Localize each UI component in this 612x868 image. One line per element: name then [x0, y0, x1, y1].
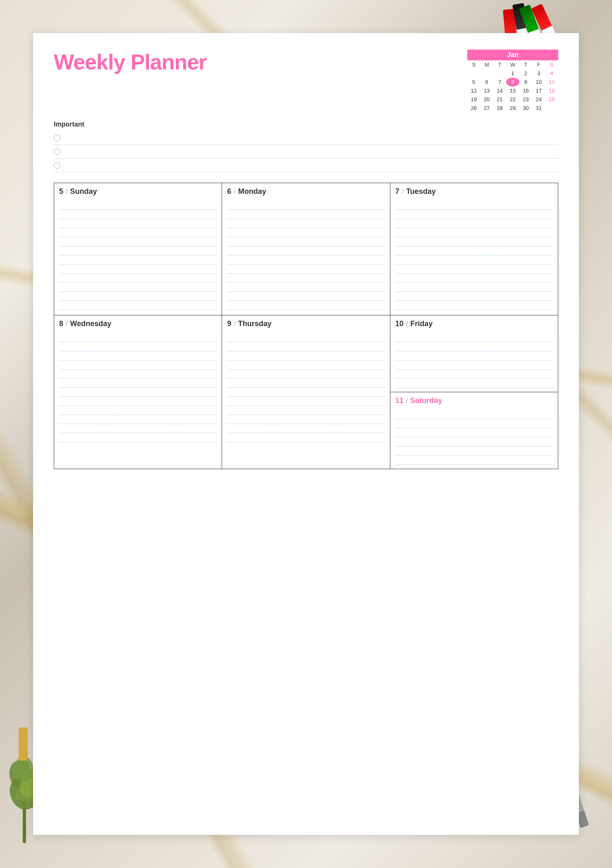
- cal-cell: 19: [467, 95, 480, 104]
- day-line: [227, 406, 385, 415]
- day-cell-saturday: 11 / Saturday: [390, 392, 558, 469]
- day-line: [227, 265, 385, 274]
- cal-cell: 31: [532, 104, 545, 112]
- day-number-9: 9: [227, 320, 231, 328]
- day-name-wednesday: Wednesday: [70, 320, 111, 328]
- day-header-friday: 10 / Friday: [395, 320, 553, 328]
- day-line: [59, 433, 217, 442]
- checkbox-2[interactable]: [54, 148, 60, 155]
- day-line: [59, 237, 217, 246]
- day-cell-friday: 10 / Friday: [390, 315, 558, 392]
- day-header-monday: 6 / Monday: [227, 187, 385, 196]
- slash-friday: /: [406, 320, 408, 328]
- day-cell-thursday: 9 / Thursday: [222, 315, 390, 469]
- day-header-wednesday: 8 / Wednesday: [59, 320, 217, 328]
- slash-tuesday: /: [402, 188, 404, 196]
- cal-cell: 13: [480, 86, 493, 95]
- day-line: [59, 360, 217, 370]
- cal-cell: 1: [506, 69, 519, 78]
- day-line: [59, 351, 217, 360]
- checkbox-3[interactable]: [54, 162, 60, 169]
- day-line: [227, 292, 385, 301]
- important-item-1: [54, 131, 558, 145]
- day-name-thursday: Thursday: [238, 320, 272, 328]
- mini-calendar: Jan S M T W T F S 1234567891011121314151…: [467, 50, 558, 112]
- day-line: [395, 379, 553, 388]
- day-cell-tuesday: 7 / Tuesday: [390, 183, 558, 315]
- day-line: [227, 342, 385, 351]
- cal-cell: 20: [480, 95, 493, 104]
- day-line: [59, 379, 217, 388]
- day-cell-wednesday: 8 / Wednesday: [54, 315, 222, 469]
- day-line: [227, 397, 385, 406]
- thursday-lines: [227, 333, 385, 442]
- day-cell-sunday: 5 / Sunday: [54, 183, 222, 315]
- day-header-sunday: 5 / Sunday: [59, 187, 217, 196]
- right-column: 10 / Friday 11 / Saturday: [390, 315, 558, 469]
- day-number-7: 7: [395, 187, 399, 196]
- day-number-10: 10: [395, 320, 404, 328]
- monday-lines: [227, 201, 385, 310]
- cal-header-f: F: [532, 60, 545, 69]
- day-header-tuesday: 7 / Tuesday: [395, 187, 553, 196]
- day-line: [59, 219, 217, 228]
- tuesday-lines: [395, 201, 553, 310]
- cal-cell: [467, 69, 480, 78]
- day-name-saturday: Saturday: [410, 396, 442, 405]
- cal-cell: 3: [532, 69, 545, 78]
- day-line: [227, 201, 385, 210]
- day-line: [227, 433, 385, 442]
- day-number-5: 5: [59, 187, 63, 196]
- day-name-monday: Monday: [238, 187, 266, 196]
- cal-cell: 29: [506, 104, 519, 112]
- slash-saturday: /: [406, 397, 408, 405]
- important-section: Important: [54, 121, 558, 172]
- day-line: [227, 379, 385, 388]
- day-line: [227, 333, 385, 342]
- cal-cell: 14: [493, 86, 506, 95]
- day-line: [395, 446, 553, 455]
- day-line: [59, 210, 217, 219]
- day-line: [59, 255, 217, 265]
- day-line: [59, 283, 217, 292]
- page-title: Weekly Planner: [54, 50, 206, 74]
- day-line: [59, 415, 217, 424]
- day-line: [227, 210, 385, 219]
- day-line: [227, 255, 385, 265]
- day-line: [59, 301, 217, 310]
- day-line: [395, 265, 553, 274]
- cal-cell: 16: [519, 86, 532, 95]
- day-line: [395, 201, 553, 210]
- top-days-grid: 5 / Sunday 6 / Monday 7 / Tuesday: [54, 183, 558, 315]
- day-line: [227, 360, 385, 370]
- day-line: [395, 274, 553, 283]
- day-line: [227, 274, 385, 283]
- cal-cell: 7: [493, 78, 506, 86]
- important-line-3: [65, 162, 558, 168]
- day-line: [227, 424, 385, 433]
- cal-cell: 2: [519, 69, 532, 78]
- cal-cell: 9: [519, 78, 532, 86]
- bottom-days-grid: 8 / Wednesday 9 / Thursday 10: [54, 315, 558, 469]
- day-line: [227, 388, 385, 397]
- cal-cell: [480, 69, 493, 78]
- day-line: [227, 219, 385, 228]
- day-line: [395, 437, 553, 446]
- cal-header-w: W: [506, 60, 519, 69]
- day-line: [59, 246, 217, 255]
- day-line: [395, 283, 553, 292]
- day-line: [59, 265, 217, 274]
- important-item-2: [54, 145, 558, 159]
- cal-cell: 28: [493, 104, 506, 112]
- day-line: [227, 283, 385, 292]
- day-name-sunday: Sunday: [70, 187, 97, 196]
- checkbox-1[interactable]: [54, 135, 60, 141]
- day-line: [59, 342, 217, 351]
- day-line: [59, 228, 217, 237]
- cal-cell: 6: [480, 78, 493, 86]
- cal-cell: 10: [532, 78, 545, 86]
- cal-cell: 24: [532, 95, 545, 104]
- day-line: [227, 228, 385, 237]
- cal-header-s2: S: [545, 60, 558, 69]
- day-line: [59, 274, 217, 283]
